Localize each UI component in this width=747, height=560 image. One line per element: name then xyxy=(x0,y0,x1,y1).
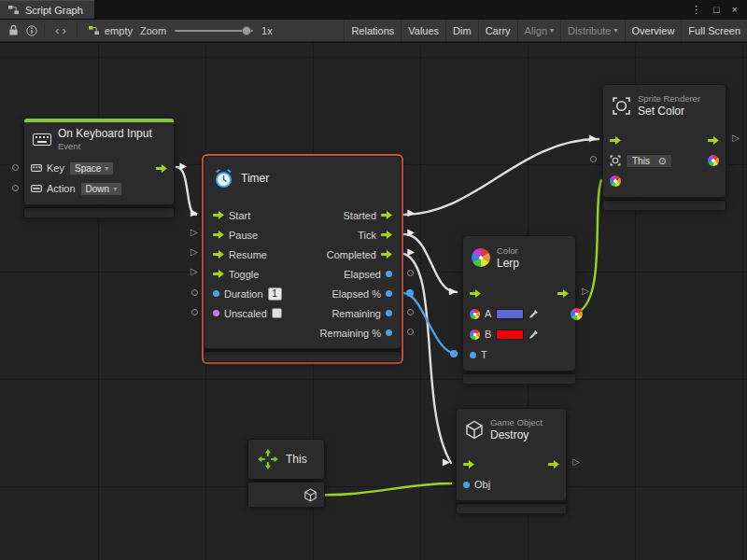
fullscreen-button[interactable]: Full Screen xyxy=(681,20,747,41)
eyedropper-icon[interactable] xyxy=(529,329,539,340)
action-dropdown[interactable]: Down▾ xyxy=(80,182,123,196)
zoom-slider-handle[interactable] xyxy=(242,26,251,35)
flow-out-port[interactable] xyxy=(708,136,719,145)
breadcrumb-root-button[interactable]: ‹ › xyxy=(48,20,74,41)
object-picker-icon[interactable]: ⊙ xyxy=(658,156,666,166)
self-output-port[interactable] xyxy=(303,488,317,502)
data-out-port[interactable] xyxy=(386,310,392,316)
node-set-color[interactable]: Sprite RendererSet Color This⊙ ▶ ▷ xyxy=(602,84,726,211)
elapsed-pct-ext-port[interactable] xyxy=(406,289,414,297)
node-timer[interactable]: Timer Start Started Pause Tick Resume Co… xyxy=(204,156,402,362)
flow-out-port[interactable] xyxy=(381,231,392,239)
relations-button[interactable]: Relations xyxy=(344,20,401,41)
flow-out-ext-port[interactable]: ▷ xyxy=(582,286,589,297)
flow-out-port[interactable] xyxy=(381,211,392,219)
window-menu-button[interactable]: ⋮ xyxy=(691,4,701,16)
info-button[interactable] xyxy=(22,20,41,41)
graph-asset-icon xyxy=(88,25,100,35)
flow-in-port[interactable] xyxy=(213,231,224,239)
pause-ext-port[interactable]: ▷ xyxy=(190,227,198,238)
flow-in-port[interactable] xyxy=(610,136,621,145)
resume-ext-port[interactable]: ▷ xyxy=(190,246,198,258)
target-ext-port[interactable] xyxy=(590,156,597,162)
window-close-button[interactable]: × xyxy=(732,4,738,15)
flow-out-ext-port[interactable]: ▷ xyxy=(732,133,740,144)
flow-in-port[interactable] xyxy=(213,211,224,219)
data-out-port[interactable] xyxy=(386,271,392,277)
flow-in-port[interactable] xyxy=(470,289,481,298)
flow-in-ext-port[interactable]: ▶ xyxy=(449,286,457,297)
graph-canvas[interactable]: On Keyboard InputEvent Key Space▾ Action… xyxy=(0,43,747,560)
flow-out-ext-port[interactable]: ▷ xyxy=(572,456,580,468)
action-port-icon[interactable] xyxy=(31,185,42,192)
data-in-port[interactable] xyxy=(470,352,476,358)
graph-asset[interactable]: empty xyxy=(80,25,140,36)
elapsed-ext-port[interactable] xyxy=(407,270,414,276)
toolbar-separator xyxy=(77,23,78,37)
flow-out-ext-port[interactable]: ▶ xyxy=(179,161,187,172)
flow-out-port[interactable] xyxy=(381,250,392,259)
key-ext-port[interactable] xyxy=(12,164,19,171)
wire-tick-to-lerp[interactable] xyxy=(404,234,457,292)
unscaled-checkbox[interactable] xyxy=(272,308,282,318)
color-port-icon[interactable] xyxy=(470,329,480,340)
flow-in-port[interactable] xyxy=(213,270,224,278)
flow-in-ext-port[interactable]: ▶ xyxy=(443,456,450,468)
color-a-swatch[interactable] xyxy=(496,309,524,319)
data-in-port[interactable] xyxy=(463,482,470,488)
remaining-pct-ext-port[interactable] xyxy=(407,329,414,335)
color-b-swatch[interactable] xyxy=(496,329,524,340)
data-in-port[interactable] xyxy=(213,290,219,297)
duration-input[interactable]: 1 xyxy=(268,287,282,301)
values-button[interactable]: Values xyxy=(401,20,445,41)
node-color-lerp[interactable]: ColorLerp A B xyxy=(462,235,576,385)
target-object-field[interactable]: This⊙ xyxy=(626,154,672,168)
data-out-port[interactable] xyxy=(386,329,392,336)
start-ext-port[interactable]: ▶ xyxy=(190,207,198,218)
color-port-icon[interactable] xyxy=(470,309,480,319)
wire-lerp-result-to-color[interactable] xyxy=(577,180,601,313)
color-in-port[interactable] xyxy=(610,175,621,187)
node-on-keyboard-input[interactable]: On Keyboard InputEvent Key Space▾ Action… xyxy=(23,118,175,218)
flow-out-port[interactable] xyxy=(548,460,559,469)
distribute-dropdown[interactable]: Distribute▾ xyxy=(560,20,624,41)
overview-button[interactable]: Overview xyxy=(625,20,682,41)
carry-button[interactable]: Carry xyxy=(478,20,517,41)
data-out-port[interactable] xyxy=(386,290,392,297)
t-ext-port[interactable] xyxy=(450,350,458,357)
dim-button[interactable]: Dim xyxy=(445,20,478,41)
key-port-icon[interactable] xyxy=(31,164,42,172)
remaining-ext-port[interactable] xyxy=(407,309,414,315)
key-dropdown[interactable]: Space▾ xyxy=(69,161,114,175)
sprite-renderer-port-icon[interactable] xyxy=(610,155,621,166)
action-ext-port[interactable] xyxy=(12,185,19,191)
wire-started-to-set-color[interactable] xyxy=(404,139,599,215)
wire-self-to-obj[interactable] xyxy=(317,483,451,495)
window-maximize-button[interactable]: □ xyxy=(713,4,720,15)
lock-button[interactable] xyxy=(4,20,22,41)
flow-in-ext-port[interactable]: ▶ xyxy=(589,133,597,144)
port-label: Tick xyxy=(358,230,376,241)
flow-out-port[interactable] xyxy=(557,289,569,298)
port-label: Pause xyxy=(229,230,258,241)
completed-ext-port[interactable]: ▶ xyxy=(407,246,415,258)
zoom-slider[interactable] xyxy=(175,30,253,32)
duration-ext-port[interactable] xyxy=(191,289,198,296)
data-in-port[interactable] xyxy=(213,310,219,316)
tick-ext-port[interactable]: ▶ xyxy=(407,227,415,238)
align-dropdown[interactable]: Align▾ xyxy=(517,20,560,41)
flow-out-port[interactable] xyxy=(156,164,167,173)
wire-elapsed-pct-to-t[interactable] xyxy=(404,293,457,354)
color-out-port[interactable] xyxy=(708,155,719,166)
toggle-ext-port[interactable]: ▷ xyxy=(190,266,198,277)
started-ext-port[interactable]: ▶ xyxy=(407,207,415,218)
flow-in-port[interactable] xyxy=(463,460,474,469)
flow-in-port[interactable] xyxy=(213,250,224,259)
node-self[interactable]: This xyxy=(247,439,325,508)
node-ports: A B T xyxy=(463,279,575,371)
unscaled-ext-port[interactable] xyxy=(191,309,198,315)
node-destroy[interactable]: Game ObjectDestroy Obj ▶ ▷ xyxy=(456,408,567,514)
result-ext-port[interactable] xyxy=(571,308,583,320)
tab-script-graph[interactable]: Script Graph xyxy=(0,0,94,19)
eyedropper-icon[interactable] xyxy=(529,309,539,319)
